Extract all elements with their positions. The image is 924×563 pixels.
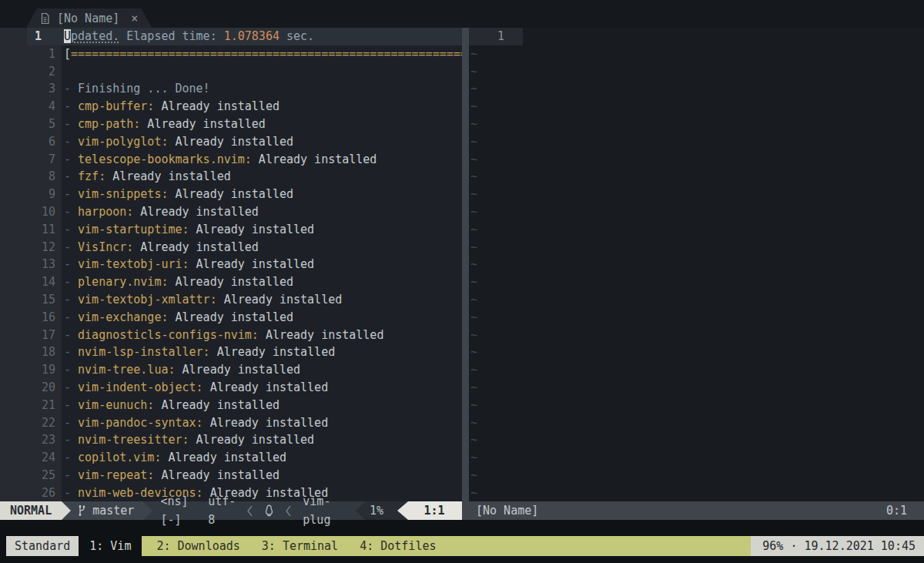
powerline-separator [62, 501, 71, 520]
dash-bullet: - [64, 135, 78, 149]
dash-bullet: - [64, 187, 78, 201]
tab-no-name[interactable]: [No Name] × [26, 8, 152, 28]
tilde-line: ~ [469, 239, 924, 256]
buffer-line: 20- vim-indent-object: Already installed [0, 379, 462, 397]
tilde-line: ~ [469, 273, 924, 291]
relative-line-number: 5 [0, 116, 62, 133]
right-line-number: 1 [469, 28, 523, 45]
spell-underlined-text: pdated. [71, 29, 119, 43]
plugin-status: Already installed [168, 310, 293, 324]
statusline-inactive: [No Name] 0:1 [462, 501, 924, 520]
relative-line-number: 26 [0, 484, 62, 501]
buffer-line: 10- harpoon: Already installed [0, 203, 462, 221]
scroll-percent: 1% [365, 501, 397, 520]
powerline-separator [143, 501, 152, 520]
tilde-marker: ~ [469, 414, 477, 432]
info-text: Finishing ... Done! [78, 82, 210, 96]
tab-label: [No Name] [57, 12, 119, 25]
buffer-line-text: - vim-textobj-xmlattr: Already installed [62, 291, 462, 309]
buffer-line: 17- diagnosticls-configs-nvim: Already i… [0, 327, 462, 344]
window-separator[interactable] [462, 28, 469, 501]
plugin-name: nvim-treesitter: [78, 433, 189, 447]
tmux-session-name[interactable]: Standard [6, 536, 79, 556]
plugin-status: Already installed [168, 135, 293, 149]
relative-line-number: 24 [0, 449, 62, 467]
plugin-status: Already installed [133, 205, 259, 219]
dash-bullet: - [64, 468, 78, 482]
tmux-bottom-pad [0, 556, 924, 563]
statusline: NORMAL master <ns][-] utf-8 [0, 501, 924, 520]
plugin-name: vim-pandoc-syntax: [78, 416, 203, 430]
plugin-name: nvim-lsp-installer: [78, 345, 210, 359]
plugin-status: Already installed [203, 416, 329, 430]
tilde-marker: ~ [469, 484, 477, 501]
tilde-line: ~ [469, 63, 924, 81]
buffer-line: 11- vim-startuptime: Already installed [0, 221, 462, 239]
dash-bullet: - [64, 486, 78, 500]
close-icon[interactable]: × [131, 12, 138, 25]
empty-buffer-window[interactable]: 1 ~~~~~~~~~~~~~~~~~~~~~~~~~~ [469, 28, 924, 501]
plugin-status: Already installed [133, 240, 259, 254]
elapsed-time-value: 1.078364 [224, 29, 280, 43]
tilde-line: ~ [469, 431, 924, 449]
progress-bracket: [ [64, 47, 71, 61]
dash-bullet: - [64, 293, 78, 307]
buffer-line-text: - nvim-tree.lua: Already installed [62, 361, 462, 379]
buffer-line-text: - copilot.vim: Already installed [62, 449, 462, 467]
buffer-line: 12- VisIncr: Already installed [0, 239, 462, 256]
buffer-line: 19- nvim-tree.lua: Already installed [0, 361, 462, 379]
buffer-line: 22- vim-pandoc-syntax: Already installed [0, 414, 462, 432]
plugin-name: vim-exchange: [78, 310, 168, 324]
tilde-marker: ~ [469, 98, 477, 116]
plugin-name: vim-indent-object: [78, 380, 203, 394]
dash-bullet: - [64, 398, 78, 412]
buffer-line-text: - diagnosticls-configs-nvim: Already ins… [62, 327, 462, 344]
buffer-line: 5- cmp-path: Already installed [0, 116, 462, 133]
command-line[interactable] [0, 520, 924, 536]
tilde-line: ~ [469, 484, 924, 501]
dash-bullet: - [64, 363, 78, 377]
tilde-marker: ~ [469, 309, 477, 327]
plugin-status: Already installed [176, 363, 301, 377]
dash-bullet: - [64, 223, 78, 236]
tilde-line: ~ [469, 203, 924, 221]
tmux-left-pad [0, 536, 6, 556]
tilde-line: ~ [469, 256, 924, 273]
header-mid-text: Elapsed time: [119, 29, 223, 43]
tmux-window-active[interactable]: 1: Vim [79, 536, 142, 556]
buffer-line-text: - vim-polyglot: Already installed [62, 133, 462, 151]
plugin-status: Already installed [161, 451, 286, 464]
tilde-line: ~ [469, 168, 924, 186]
tmux-window[interactable]: 4: Dotfiles [360, 536, 436, 556]
relative-line-number: 6 [0, 133, 62, 151]
tilde-marker: ~ [469, 291, 477, 309]
file-flags: <ns][-] [160, 492, 197, 529]
tilde-line: ~ [469, 133, 924, 151]
plugin-name: cmp-buffer: [78, 99, 154, 113]
dash-bullet: - [64, 433, 78, 447]
relative-line-number: 19 [0, 361, 62, 379]
plugin-name: cmp-path: [78, 117, 140, 131]
buffer-line: 16- vim-exchange: Already installed [0, 309, 462, 327]
tilde-line: ~ [469, 397, 924, 414]
buffer-line-text: - cmp-path: Already installed [62, 116, 462, 133]
tilde-marker: ~ [469, 133, 477, 151]
tilde-line: ~ [469, 361, 924, 379]
tilde-marker: ~ [469, 467, 477, 484]
plugin-status: Already installed [259, 328, 384, 342]
tmux-window[interactable]: 3: Terminal [262, 536, 338, 556]
inactive-cursor-position: 0:1 [886, 501, 907, 520]
plugin-name: vim-snippets: [78, 187, 168, 201]
cursor-line-number: 1 [0, 28, 62, 45]
left-buffer-lines: 1[======================================… [0, 45, 462, 501]
tmux-window[interactable]: 2: Downloads [156, 536, 239, 556]
tilde-marker: ~ [469, 449, 477, 467]
plugin-name: vim-textobj-xmlattr: [78, 293, 217, 307]
dash-bullet: - [64, 345, 78, 359]
tilde-marker: ~ [469, 80, 477, 98]
vim-plug-window[interactable]: 1 Updated. Elapsed time: 1.078364 sec. 1… [0, 28, 462, 501]
relative-line-number: 22 [0, 414, 62, 432]
buffer-line-text: [=======================================… [62, 45, 462, 63]
buffer-line-text: - vim-repeat: Already installed [62, 467, 462, 484]
plugin-name: plenary.nvim: [78, 275, 168, 289]
